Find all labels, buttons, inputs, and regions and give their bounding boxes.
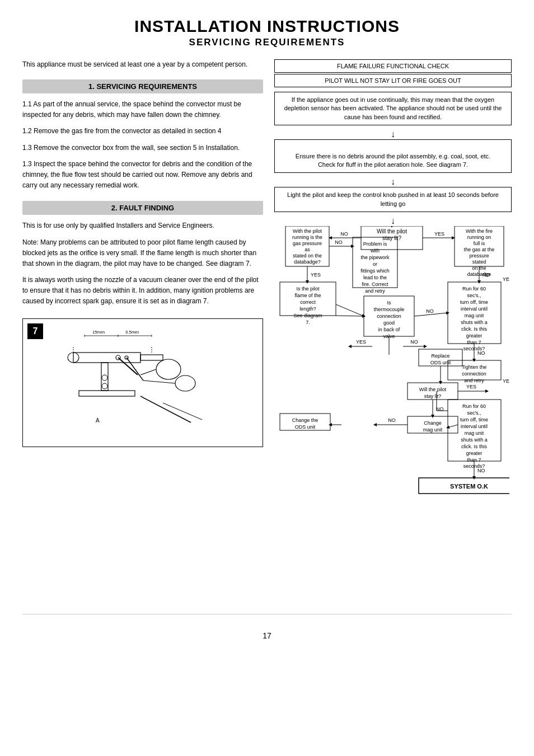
right-column: FLAME FAILURE FUNCTIONAL CHECK PILOT WIL…: [274, 59, 512, 608]
intro-text: This appliance must be serviced at least…: [22, 59, 263, 69]
diagram-label: 7: [27, 323, 43, 339]
content-row: This appliance must be serviced at least…: [22, 59, 512, 608]
svg-line-23: [140, 396, 191, 422]
svg-text:NO: NO: [340, 231, 348, 237]
svg-text:mag unit: mag unit: [465, 430, 484, 436]
svg-text:Is the pilot: Is the pilot: [296, 286, 320, 292]
svg-text:running on: running on: [467, 234, 491, 240]
svg-text:YES: YES: [503, 276, 509, 282]
svg-text:in back of: in back of: [378, 327, 400, 332]
svg-text:mag unit: mag unit: [465, 313, 484, 318]
svg-text:and retry: and retry: [464, 378, 484, 383]
section2-para1: This is for use only by qualified Instal…: [22, 220, 263, 231]
svg-text:fittings which: fittings which: [360, 268, 390, 274]
svg-line-18: [140, 369, 156, 375]
svg-text:stated on the: stated on the: [293, 253, 322, 259]
svg-text:YES: YES: [356, 339, 366, 345]
svg-text:greater: greater: [466, 450, 483, 456]
svg-text:the pipework: the pipework: [360, 255, 390, 260]
svg-text:click. Is this: click. Is this: [461, 444, 488, 449]
svg-text:NO: NO: [477, 350, 485, 356]
svg-line-146: [336, 316, 364, 316]
section2-para2: Note: Many problems can be attributed to…: [22, 237, 263, 270]
svg-text:length?: length?: [299, 306, 316, 312]
svg-text:click. Is this: click. Is this: [461, 326, 488, 332]
svg-text:turn off, time: turn off, time: [460, 299, 488, 305]
main-flowchart-svg: Will the pilot stay lit? NO YES With the…: [274, 226, 509, 607]
svg-text:YES: YES: [434, 231, 444, 237]
arrow1: ↓: [274, 130, 512, 139]
section1-item1: 1.1 As part of the annual service, the s…: [22, 99, 263, 120]
section2-header: 2. FAULT FINDING: [22, 201, 263, 215]
svg-text:or: or: [373, 261, 377, 267]
svg-text:Run for 60: Run for 60: [462, 286, 486, 292]
svg-text:7.: 7.: [306, 320, 310, 325]
svg-text:Change the: Change the: [292, 417, 318, 423]
svg-text:as: as: [305, 247, 310, 252]
section1-item3: 1.3 Remove the convector box from the wa…: [22, 143, 263, 153]
svg-point-26: [102, 383, 107, 389]
svg-text:interval until: interval until: [461, 424, 488, 429]
svg-line-19: [143, 381, 175, 383]
svg-text:fire. Correct: fire. Correct: [362, 281, 388, 287]
svg-text:Tighten the: Tighten the: [462, 364, 487, 370]
page-subtitle: SERVICING REQUIREMENTS: [22, 37, 512, 48]
svg-text:YES: YES: [466, 384, 476, 389]
bottom-line: [22, 614, 512, 614]
svg-text:mag unit: mag unit: [423, 427, 443, 433]
svg-text:NO: NO: [335, 240, 343, 245]
diagram-7-svg: 15mm 3.5mm: [29, 325, 241, 436]
svg-text:correct: correct: [300, 299, 316, 305]
svg-point-17: [175, 375, 195, 391]
section1-body: 1.1 As part of the annual service, the s…: [22, 99, 263, 191]
flowchart-box1: If the appliance goes out in use continu…: [274, 92, 512, 125]
svg-text:SYSTEM O.K: SYSTEM O.K: [450, 483, 488, 490]
svg-text:NO: NO: [426, 308, 434, 314]
arrow3: ↓: [274, 217, 512, 226]
svg-text:YES: YES: [311, 272, 321, 278]
flowchart-box2: Ensure there is no debris around the pil…: [274, 139, 512, 173]
diagram-7-box: 7 15mm 3.5mm: [22, 318, 263, 447]
svg-text:good: good: [383, 320, 395, 326]
svg-text:stay lit?: stay lit?: [424, 393, 442, 399]
svg-text:Will the pilot: Will the pilot: [419, 387, 447, 392]
svg-text:thermocouple: thermocouple: [374, 307, 405, 312]
svg-text:Replace: Replace: [431, 353, 449, 359]
page-title: INSTALLATION INSTRUCTIONS: [22, 17, 512, 36]
svg-text:interval until: interval until: [461, 306, 488, 312]
svg-text:shuts with a: shuts with a: [461, 437, 488, 443]
svg-rect-7: [73, 353, 140, 363]
svg-line-80: [336, 304, 364, 316]
flowchart-title: FLAME FAILURE FUNCTIONAL CHECK: [274, 59, 512, 73]
svg-text:Is: Is: [387, 300, 391, 306]
left-column: This appliance must be serviced at least…: [22, 59, 263, 447]
flowchart-subtitle: PILOT WILL NOT STAY LIT OR FIRE GOES OUT: [274, 74, 512, 87]
svg-text:NO: NO: [483, 272, 490, 278]
svg-rect-9: [140, 355, 163, 360]
svg-text:NO: NO: [477, 468, 485, 473]
svg-text:A: A: [96, 417, 100, 424]
svg-text:sec's.,: sec's.,: [467, 293, 481, 298]
svg-text:full is: full is: [474, 241, 485, 246]
svg-text:With the pilot: With the pilot: [293, 228, 322, 234]
page: INSTALLATION INSTRUCTIONS SERVICING REQU…: [0, 0, 534, 756]
svg-point-25: [102, 375, 107, 381]
section2-para3: It is always worth using the nozzle of a…: [22, 275, 263, 307]
section1-item4: 1.3 Inspect the space behind the convect…: [22, 159, 263, 191]
section1-header: 1. SERVICING REQUIREMENTS: [22, 79, 263, 93]
section1-item2: 1.2 Remove the gas fire from the convect…: [22, 126, 263, 137]
svg-text:Change: Change: [424, 420, 442, 426]
svg-text:Problem is: Problem is: [363, 241, 387, 247]
arrow2: ↓: [274, 177, 512, 186]
svg-text:flame of the: flame of the: [294, 293, 321, 298]
svg-text:Run for 60: Run for 60: [462, 403, 486, 409]
svg-text:ODS unit: ODS unit: [295, 424, 316, 430]
svg-text:Will the pilot: Will the pilot: [377, 228, 407, 234]
svg-text:the gas at the: the gas at the: [464, 247, 495, 252]
section2-body: This is for use only by qualified Instal…: [22, 220, 263, 307]
svg-text:running is the: running is the: [292, 234, 322, 240]
svg-text:databadge?: databadge?: [294, 259, 321, 265]
svg-text:With the fire: With the fire: [466, 228, 493, 234]
svg-text:shuts with a: shuts with a: [461, 320, 488, 325]
flowchart-box3: Light the pilot and keep the control kno…: [274, 187, 512, 212]
